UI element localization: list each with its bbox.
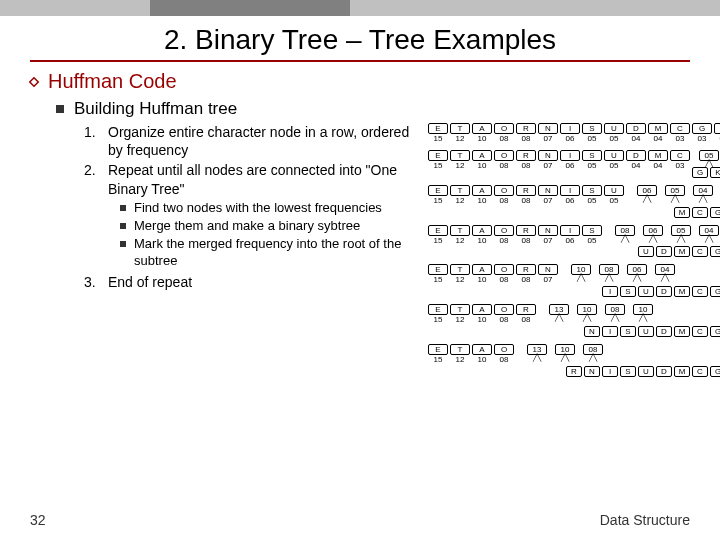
- char-node: T12: [450, 344, 470, 365]
- char-node: T12: [450, 225, 470, 246]
- char-node: O08: [494, 123, 514, 144]
- char-node: R08: [516, 185, 536, 206]
- char-node: R08: [516, 123, 536, 144]
- subheading-building: Building Huffman tree: [56, 99, 704, 119]
- char-node: D04: [626, 150, 646, 171]
- char-node: E15: [428, 344, 448, 365]
- char-node: A10: [472, 225, 492, 246]
- char-node: O08: [494, 304, 514, 325]
- char-node: N07: [538, 185, 558, 206]
- stage-row: E15T12A10O08R08N07I06S0508╱╲06╱╲05╱╲04╱╲…: [428, 225, 720, 259]
- char-node: D04: [626, 123, 646, 144]
- char-node: A10: [472, 344, 492, 365]
- substep-a: Find two nodes with the lowest frequenci…: [120, 200, 424, 216]
- char-node: A10: [472, 264, 492, 285]
- char-node: C03: [670, 123, 690, 144]
- char-node: K02: [714, 123, 720, 144]
- char-node: T12: [450, 150, 470, 171]
- char-node: O08: [494, 225, 514, 246]
- char-node: R08: [516, 150, 536, 171]
- substep-b: Merge them and make a binary sybtree: [120, 218, 424, 234]
- char-node: S05: [582, 185, 602, 206]
- stage-row: E15T12A10O0813╱╲10╱╲08╱╲RNISUDMCGK: [428, 344, 720, 378]
- slide-title: 2. Binary Tree – Tree Examples: [0, 16, 720, 60]
- char-node: N07: [538, 264, 558, 285]
- step-3: 3. End of repeat: [84, 273, 424, 291]
- char-node: E15: [428, 264, 448, 285]
- char-node: A10: [472, 304, 492, 325]
- footer-text: Data Structure: [600, 512, 690, 528]
- char-node: T12: [450, 185, 470, 206]
- steps-column: 1. Organize entire character node in a r…: [84, 123, 424, 293]
- step-2: 2. Repeat until all nodes are connected …: [84, 161, 424, 197]
- subheading-text: Building Huffman tree: [74, 99, 237, 119]
- stage-row: E15T12A10O08R0813╱╲10╱╲08╱╲10╱╲NISUDMCGK: [428, 304, 720, 338]
- char-node: E15: [428, 150, 448, 171]
- char-node: S05: [582, 123, 602, 144]
- huffman-stages-diagram: E15T12A10O08R08N07I06S05U05D04M04C03G03K…: [424, 123, 720, 384]
- step-1: 1. Organize entire character node in a r…: [84, 123, 424, 159]
- char-node: M04: [648, 123, 668, 144]
- char-node: M04: [648, 150, 668, 171]
- square-bullet-icon: [120, 223, 126, 229]
- char-node: N07: [538, 123, 558, 144]
- slide-top-bar: [0, 0, 720, 16]
- svg-rect-0: [30, 77, 38, 85]
- char-node: I06: [560, 225, 580, 246]
- char-node: R08: [516, 225, 536, 246]
- stage-row: E15T12A10O08R08N0710╱╲08╱╲06╱╲04╱╲ISUDMC…: [428, 264, 720, 298]
- char-node: C03: [670, 150, 690, 171]
- substep-c: Mark the merged frequency into the root …: [120, 236, 424, 269]
- char-node: E15: [428, 225, 448, 246]
- char-node: U05: [604, 185, 624, 206]
- char-node: T12: [450, 264, 470, 285]
- char-node: A10: [472, 123, 492, 144]
- char-node: T12: [450, 304, 470, 325]
- char-node: U05: [604, 123, 624, 144]
- char-node: I06: [560, 185, 580, 206]
- char-node: R08: [516, 304, 536, 325]
- char-node: T12: [450, 123, 470, 144]
- stage-row: E15T12A10O08R08N07I06S05U0506╱╲05╱╲04╱╲M…: [428, 185, 720, 219]
- char-node: E15: [428, 123, 448, 144]
- char-node: O08: [494, 344, 514, 365]
- char-node: R08: [516, 264, 536, 285]
- char-node: I06: [560, 150, 580, 171]
- stage-row: E15T12A10O08R08N07I06S05U05D04M04C0305╱╲…: [428, 150, 720, 179]
- char-node: S05: [582, 150, 602, 171]
- slide-top-bar-accent: [150, 0, 350, 16]
- char-node: O08: [494, 185, 514, 206]
- char-node: O08: [494, 264, 514, 285]
- diamond-bullet-icon: [28, 76, 40, 88]
- square-bullet-icon: [56, 105, 64, 113]
- page-number: 32: [30, 512, 46, 528]
- substeps: Find two nodes with the lowest frequenci…: [120, 200, 424, 269]
- char-node: G03: [692, 123, 712, 144]
- char-node: E15: [428, 304, 448, 325]
- char-node: O08: [494, 150, 514, 171]
- heading-text: Huffman Code: [48, 70, 177, 93]
- stage-row: E15T12A10O08R08N07I06S05U05D04M04C03G03K…: [428, 123, 720, 144]
- char-node: E15: [428, 185, 448, 206]
- char-node: S05: [582, 225, 602, 246]
- square-bullet-icon: [120, 205, 126, 211]
- char-node: N07: [538, 150, 558, 171]
- char-node: A10: [472, 150, 492, 171]
- char-node: N07: [538, 225, 558, 246]
- char-node: A10: [472, 185, 492, 206]
- heading-huffman-code: Huffman Code: [28, 70, 704, 93]
- char-node: I06: [560, 123, 580, 144]
- char-node: U05: [604, 150, 624, 171]
- square-bullet-icon: [120, 241, 126, 247]
